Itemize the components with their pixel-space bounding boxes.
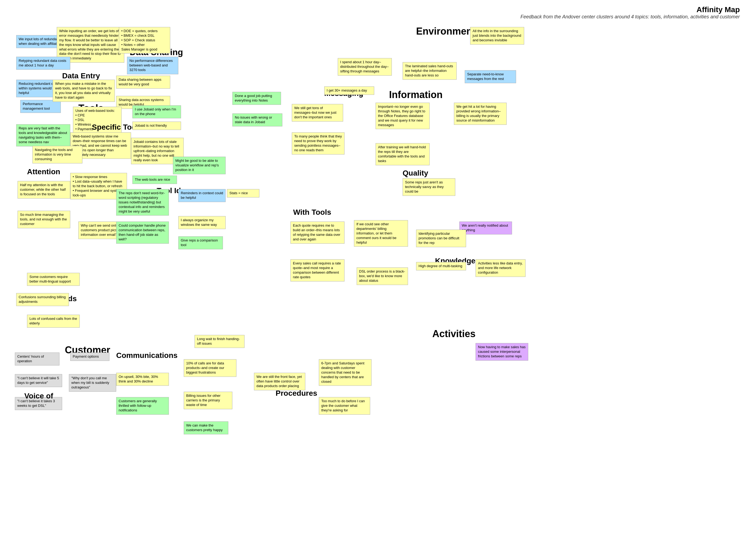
- affinity-map-page: Affinity Map Feedback from the Andover c…: [0, 0, 756, 557]
- card-c14: Jobaid is not friendly: [133, 122, 181, 130]
- subtitle: Feedback from the Andover center cluster…: [520, 14, 740, 20]
- card-c34: No issues with wrong or stale data in Jo…: [232, 113, 282, 126]
- card-c53: Confusions surrounding billing adjustmen…: [16, 293, 69, 306]
- category-quality: Quality: [403, 169, 428, 177]
- card-c26: Could computer handle phone communicatio…: [116, 222, 169, 244]
- card-c50: Activities less like data entry, and mor…: [475, 259, 526, 277]
- card-c56: Payment options: [70, 353, 110, 361]
- category-data-entry: Data Entry: [62, 71, 100, 80]
- category-communications: Communications: [116, 351, 177, 360]
- card-c22: The reps don't need word-for-word script…: [116, 189, 169, 215]
- card-c4: No performance differences between web-b…: [127, 57, 178, 74]
- category-information: Information: [389, 89, 443, 100]
- card-c45: If we could see other departments' billi…: [354, 220, 408, 246]
- card-c38: Separate need-to-know messages from the …: [465, 70, 516, 83]
- card-c67: 6-7pm and Saturdays spent dealing with c…: [319, 359, 372, 386]
- card-c33: Done a good job putting everything into …: [232, 92, 281, 105]
- category-attention: Attention: [27, 168, 60, 176]
- card-c13: I use Jobaid only when I'm on the phone: [133, 105, 181, 118]
- card-c32: I spend about 1 hour day–distributed thr…: [338, 58, 392, 76]
- card-c23: Reminders in context could be helpful: [178, 189, 226, 202]
- card-c42: Some reps just aren't as technically sav…: [403, 178, 455, 196]
- card-c39: Important–no longer even go through Note…: [376, 102, 430, 129]
- card-c19: Half my attention is with the customer, …: [18, 181, 70, 199]
- card-c48: DSL order process is a black-box, we'd l…: [357, 267, 408, 285]
- card-c59: On upsell, 30% bite, 30% think and 30% d…: [116, 373, 169, 386]
- card-c9: When you make a mistake in the web tools…: [53, 80, 115, 102]
- category-with-tools: With Tools: [293, 208, 331, 217]
- card-c40: We get hit a lot for having provided wro…: [454, 102, 506, 125]
- category-environment: Environment: [416, 26, 475, 37]
- card-c55: Centers' hours of operation: [15, 353, 59, 365]
- card-c43: Each quote requires me to build an order…: [290, 222, 345, 244]
- card-c3: • DOE = quotes, orders • BMEX = check DS…: [119, 27, 170, 54]
- card-c51: Now having to make sales has caused some…: [475, 343, 528, 361]
- card-c31: The laminated sales hand-outs are helpfu…: [403, 62, 457, 80]
- card-c7: Retyping redundant data costs me about 1…: [16, 57, 70, 70]
- card-c21: Performance management tool: [20, 100, 61, 113]
- title-area: Affinity Map Feedback from the Andover c…: [520, 5, 740, 20]
- card-c20: So much time managing the tools, and not…: [18, 211, 70, 228]
- card-c16: The web tools are nice: [133, 176, 177, 184]
- card-c64: Billing issues for other carriers is the…: [184, 392, 232, 409]
- card-c62: Long wait to finish handing-off issues: [195, 335, 244, 348]
- category-procedures: Procedures: [275, 389, 317, 398]
- card-c46: We aren't really notified about anything: [459, 222, 512, 234]
- card-c57: "I can't believe it will take 5 days to …: [15, 374, 62, 387]
- main-title: Affinity Map: [520, 5, 740, 14]
- card-c17: Reps are very fast with the tools and kn…: [16, 124, 70, 146]
- card-c24: Might be good to be able to visualize wo…: [173, 157, 226, 174]
- card-c58: "Why don't you call me when my bill is s…: [69, 374, 116, 392]
- card-c28: Give reps a comparison tool: [178, 236, 223, 249]
- card-c68: Too much to do before I can give the cus…: [319, 397, 370, 415]
- card-c29: Stats = nice: [227, 189, 259, 198]
- card-c44: Every sales call requires a rate quote–a…: [290, 259, 345, 282]
- card-c27: I always organize my windows the same wa…: [178, 216, 226, 229]
- card-c41: After training we will hand-hold the rep…: [376, 143, 430, 165]
- card-c37: To many people think that they need to p…: [292, 133, 345, 154]
- card-c30: All the info in the surrounding just ble…: [470, 27, 524, 45]
- card-c52: Some customers require better multi-ling…: [27, 273, 80, 286]
- card-c49: High degree of multi-tasking: [416, 262, 466, 270]
- card-c35: I get 30+ messages a day: [324, 86, 374, 95]
- card-c63: 10% of calls are for data products–and c…: [184, 359, 236, 377]
- category-voice-of: Voice of: [24, 392, 53, 400]
- card-c47: Identifying particular promotions can be…: [416, 230, 466, 247]
- category-activities: Activities: [432, 328, 475, 340]
- card-c54: Lots of confused calls from the elderly: [27, 315, 80, 328]
- card-c66: We are still the front face, yet often h…: [254, 373, 305, 390]
- card-c36: We still get tons of messages–but now we…: [292, 104, 343, 122]
- card-c60: Customers are generally thrilled with fo…: [116, 397, 169, 415]
- card-c65: We can make the customers pretty happy: [184, 421, 228, 434]
- card-c5: Data sharing between apps would be very …: [116, 76, 170, 89]
- card-c18: Navigating the tools and information is …: [32, 146, 82, 164]
